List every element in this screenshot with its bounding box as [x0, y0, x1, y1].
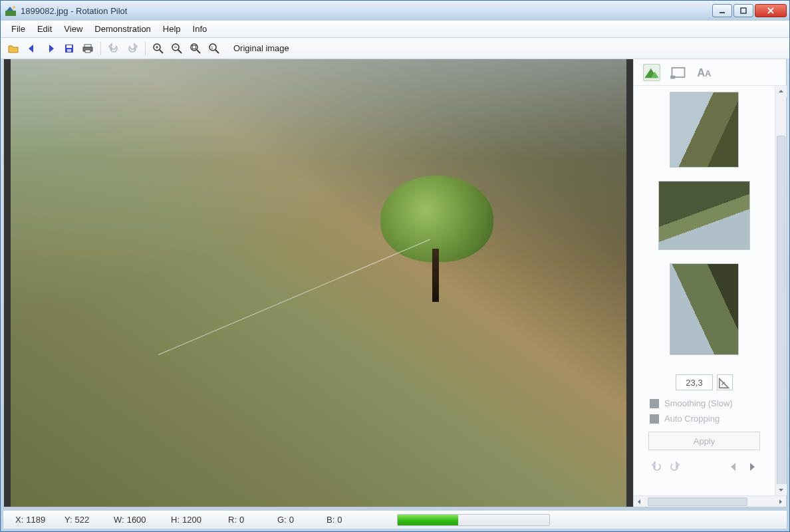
svg-rect-7 [67, 49, 71, 52]
scroll-up-arrow-icon[interactable] [775, 86, 787, 97]
svg-point-2 [13, 6, 15, 9]
svg-line-16 [178, 50, 182, 53]
next-button[interactable] [43, 41, 58, 56]
landscape-rotate-icon [643, 64, 660, 81]
autocrop-checkbox-row[interactable]: Auto Cropping [648, 414, 760, 424]
svg-rect-20 [193, 45, 196, 49]
svg-rect-6 [66, 45, 72, 48]
side-panel: AA [633, 59, 786, 507]
menubar: File Edit View Demonstration Help Info [1, 21, 789, 38]
svg-rect-8 [84, 45, 91, 47]
status-g: G:0 [272, 515, 321, 525]
status-r: R:0 [223, 515, 272, 525]
save-button[interactable] [62, 41, 76, 56]
menu-view[interactable]: View [59, 23, 88, 35]
progress-bar [397, 514, 550, 526]
svg-text:1: 1 [211, 45, 213, 49]
zoom-actual-button[interactable]: 1 [207, 41, 221, 56]
svg-line-19 [197, 50, 200, 53]
status-b: B:0 [321, 515, 370, 525]
titlebar[interactable]: 1899082.jpg - Rotation Pilot [1, 1, 789, 21]
progress-fill [398, 515, 458, 525]
print-button[interactable] [80, 41, 95, 56]
menu-info[interactable]: Info [188, 23, 213, 35]
nav-prev-button[interactable] [728, 461, 740, 473]
rotation-preview-2[interactable] [659, 182, 749, 249]
tab-crop[interactable] [670, 64, 687, 81]
minimize-button[interactable] [712, 4, 732, 17]
svg-text:A: A [697, 66, 705, 78]
tab-text[interactable]: AA [696, 64, 714, 81]
rotation-preview-1[interactable] [670, 92, 738, 167]
scroll-thumb[interactable] [777, 136, 785, 495]
apply-button[interactable]: Apply [648, 432, 760, 450]
smoothing-checkbox-row[interactable]: Smoothing (Slow) [648, 398, 760, 408]
tree-graphic [380, 176, 493, 302]
scroll-left-arrow-icon[interactable] [634, 496, 645, 507]
scroll-down-arrow-icon[interactable] [775, 484, 787, 495]
statusbar: X:1189 Y:522 W:1600 H:1200 R:0 G:0 B:0 [3, 510, 787, 529]
zoom-fit-button[interactable] [188, 41, 203, 56]
open-file-button[interactable] [6, 41, 21, 56]
svg-marker-1 [7, 7, 13, 11]
status-y: Y:522 [59, 515, 108, 525]
side-nav-row [648, 450, 760, 473]
client-area: AA [3, 59, 787, 507]
angle-reset-button[interactable] [717, 374, 733, 390]
rotation-preview-3[interactable] [670, 264, 738, 354]
rotation-controls: Smoothing (Slow) Auto Cropping Apply [639, 369, 769, 473]
status-x: X:1189 [10, 515, 59, 525]
svg-point-18 [191, 44, 198, 51]
zoom-out-button[interactable] [170, 41, 184, 56]
side-vertical-scrollbar[interactable] [775, 86, 786, 495]
menu-file[interactable]: File [6, 23, 31, 35]
status-w: W:1600 [108, 515, 166, 525]
toolbar: 1 Original image [1, 38, 789, 59]
svg-rect-10 [85, 50, 90, 53]
side-horizontal-scrollbar[interactable] [634, 495, 786, 507]
window-buttons [712, 4, 787, 17]
zoom-mode-label[interactable]: Original image [229, 42, 293, 55]
svg-rect-0 [5, 11, 16, 16]
redo-button[interactable] [125, 41, 140, 56]
redo-small-button[interactable] [668, 461, 680, 473]
window-frame: 1899082.jpg - Rotation Pilot File Edit V… [0, 0, 790, 532]
side-panel-tabs: AA [634, 59, 786, 86]
status-h: H:1200 [166, 515, 223, 525]
main-image [11, 59, 626, 507]
zoom-in-button[interactable] [151, 41, 166, 56]
svg-rect-4 [741, 8, 746, 13]
scroll-thumb[interactable] [648, 497, 747, 506]
text-aa-icon: AA [696, 64, 714, 81]
image-canvas[interactable] [4, 59, 633, 507]
window-title: 1899082.jpg - Rotation Pilot [21, 6, 712, 16]
angle-tool-icon [718, 375, 732, 390]
svg-text:A: A [705, 68, 712, 78]
svg-line-12 [160, 50, 163, 53]
toolbar-separator [145, 42, 146, 55]
side-panel-content: Smoothing (Slow) Auto Cropping Apply [634, 86, 775, 495]
close-button[interactable] [755, 4, 787, 17]
maximize-button[interactable] [733, 4, 753, 17]
scroll-right-arrow-icon[interactable] [775, 496, 786, 507]
autocrop-label: Auto Cropping [664, 414, 720, 424]
menu-edit[interactable]: Edit [32, 23, 57, 35]
svg-rect-27 [670, 75, 675, 78]
svg-rect-3 [720, 12, 725, 13]
checkbox-icon [650, 414, 659, 424]
undo-small-button[interactable] [651, 461, 663, 473]
checkbox-icon [650, 399, 659, 408]
undo-button[interactable] [106, 41, 121, 56]
app-icon [5, 5, 17, 17]
nav-next-button[interactable] [745, 461, 757, 473]
side-panel-body: Smoothing (Slow) Auto Cropping Apply [634, 86, 786, 495]
smoothing-label: Smoothing (Slow) [664, 398, 733, 408]
frame-icon [670, 64, 687, 81]
tab-rotate[interactable] [643, 64, 660, 81]
svg-line-22 [215, 50, 219, 53]
toolbar-separator [100, 42, 101, 55]
menu-help[interactable]: Help [158, 23, 186, 35]
menu-demonstration[interactable]: Demonstration [89, 23, 156, 35]
prev-button[interactable] [25, 41, 39, 56]
angle-input[interactable] [676, 374, 713, 390]
